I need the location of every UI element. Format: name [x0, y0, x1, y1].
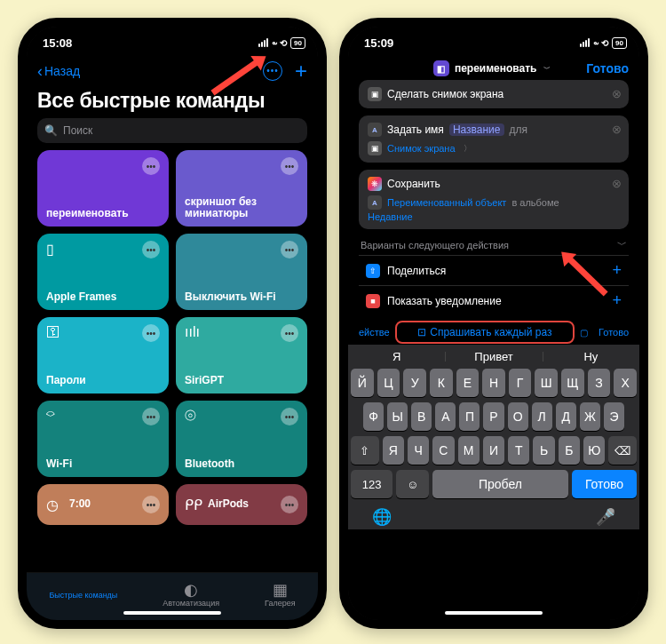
remove-action-button[interactable]: ⊗	[612, 177, 622, 190]
title-text: переименовать	[455, 62, 537, 75]
key-letter[interactable]: О	[508, 402, 528, 431]
shortcut-tile[interactable]: •••переименовать	[37, 150, 169, 227]
key-letter[interactable]: Ж	[580, 402, 600, 431]
keyboard: ЙЦУКЕНГШЩЗХ ФЫВАПРОЛДЖЭ ⇧ЯЧСМИТЬБЮ⌫ 123 …	[348, 365, 639, 529]
mic-icon[interactable]: 🎤	[596, 507, 615, 527]
tab-gallery[interactable]: ▦ Галерея	[265, 582, 296, 608]
key-letter[interactable]: Н	[482, 369, 505, 397]
remove-action-button[interactable]: ⊗	[612, 87, 622, 100]
tile-name: SiriGPT	[185, 375, 298, 386]
key-emoji[interactable]: ☺	[396, 470, 428, 498]
shortcut-tile[interactable]: ⦾•••Bluetooth	[176, 401, 307, 477]
key-letter[interactable]: Я	[383, 436, 404, 465]
shortcut-tile[interactable]: ◷7:00•••	[37, 484, 169, 525]
next-label: Поделиться	[387, 265, 446, 277]
key-delete[interactable]: ⌫	[608, 436, 637, 465]
key-letter[interactable]: Й	[351, 369, 374, 397]
key-letter[interactable]: Х	[614, 369, 637, 397]
key-letter[interactable]: П	[459, 402, 480, 431]
tile-name: Bluetooth	[185, 458, 298, 470]
globe-icon[interactable]: 🌐	[372, 507, 392, 527]
add-next-button[interactable]: +	[612, 261, 622, 280]
key-letter[interactable]: Е	[456, 369, 480, 397]
sb-left[interactable]: ействе	[353, 327, 395, 338]
sb-square[interactable]: ▢	[575, 328, 593, 338]
key-letter[interactable]: Г	[509, 369, 532, 397]
shortcut-title[interactable]: ◧ переименовать ﹀	[433, 60, 551, 76]
tile-more-button[interactable]: •••	[281, 157, 298, 175]
key-letter[interactable]: Ф	[363, 402, 384, 431]
suggestion[interactable]: Ну	[543, 350, 639, 363]
sub-recent[interactable]: Недавние	[368, 211, 413, 222]
tab-automation[interactable]: ◐ Автоматизация	[163, 582, 219, 608]
home-indicator[interactable]	[123, 611, 221, 615]
add-button[interactable]: +	[295, 60, 307, 82]
shortcut-tile[interactable]: •••скриншот без миниатюры	[176, 150, 307, 227]
tile-more-button[interactable]: •••	[142, 324, 160, 342]
action-screenshot[interactable]: ▣ Сделать снимок экрана ⊗	[359, 80, 629, 108]
tile-more-button[interactable]: •••	[281, 496, 298, 513]
tile-more-button[interactable]: •••	[142, 408, 160, 425]
tile-more-button[interactable]: •••	[142, 241, 160, 258]
action-sub[interactable]: Снимок экрана	[387, 143, 456, 154]
key-letter[interactable]: К	[430, 369, 453, 397]
action-list: ▣ Сделать снимок экрана ⊗ A Задать имя Н…	[348, 80, 639, 229]
key-letter[interactable]: М	[458, 436, 480, 465]
key-go[interactable]: Готово	[572, 470, 637, 498]
key-letter[interactable]: Ц	[377, 369, 400, 397]
shortcut-tile[interactable]: ıılı•••SiriGPT	[176, 317, 307, 394]
tile-more-button[interactable]: •••	[281, 241, 298, 258]
ask-each-time-button[interactable]: ⊡ Спрашивать каждый раз	[395, 321, 575, 344]
chain-icon: ⟲	[601, 38, 608, 48]
shortcut-tile[interactable]: ᑭᑭAirPods•••	[176, 484, 307, 525]
key-space[interactable]: Пробел	[432, 470, 568, 498]
tile-more-button[interactable]: •••	[142, 157, 160, 175]
key-123[interactable]: 123	[351, 470, 392, 498]
action-set-name[interactable]: A Задать имя Название для ▣ Снимок экран…	[359, 115, 629, 163]
sb-right[interactable]: Готово	[593, 327, 634, 338]
key-letter[interactable]: И	[483, 436, 504, 465]
key-letter[interactable]: Ы	[387, 402, 408, 431]
shortcut-tile[interactable]: ⌔•••Wi-Fi	[37, 401, 169, 477]
key-letter[interactable]: Щ	[561, 369, 584, 397]
search-input[interactable]: 🔍 Поиск	[37, 118, 307, 143]
sub-renamed[interactable]: Переименованный объект	[387, 197, 506, 208]
shortcut-tile[interactable]: •••Выключить Wi-Fi	[176, 234, 307, 310]
key-letter[interactable]: З	[588, 369, 611, 397]
suggestion[interactable]: Привет	[445, 350, 542, 363]
notch	[106, 27, 239, 48]
tile-more-button[interactable]: •••	[281, 324, 298, 342]
add-next-button[interactable]: +	[612, 291, 622, 310]
back-button[interactable]: ‹ Назад	[37, 63, 80, 79]
key-letter[interactable]: Т	[508, 436, 529, 465]
key-shift[interactable]: ⇧	[351, 436, 379, 465]
key-letter[interactable]: Э	[604, 402, 624, 431]
shortcut-tile[interactable]: ▯•••Apple Frames	[37, 234, 169, 310]
photos-icon: ❋	[368, 177, 382, 191]
key-letter[interactable]: В	[411, 402, 432, 431]
key-letter[interactable]: Ь	[533, 436, 554, 465]
key-letter[interactable]: Р	[483, 402, 503, 431]
tab-shortcuts[interactable]: Быстрые команды	[49, 591, 117, 600]
next-notify[interactable]: ■ Показать уведомление +	[359, 285, 629, 315]
name-field[interactable]: Название	[449, 123, 504, 136]
tile-more-button[interactable]: •••	[281, 408, 298, 425]
suggestion[interactable]: Я	[348, 350, 445, 363]
key-letter[interactable]: У	[403, 369, 426, 397]
chevron-down-icon[interactable]: ﹀	[617, 238, 627, 251]
action-save[interactable]: ❋ Сохранить A Переименованный объект в а…	[359, 170, 629, 229]
search-placeholder: Поиск	[63, 124, 92, 137]
done-button[interactable]: Готово	[586, 61, 629, 76]
key-letter[interactable]: Ю	[583, 436, 605, 465]
shortcut-tile[interactable]: ⚿•••Пароли	[37, 317, 169, 394]
remove-action-button[interactable]: ⊗	[612, 123, 622, 136]
key-letter[interactable]: Ш	[535, 369, 558, 397]
key-letter[interactable]: Л	[532, 402, 552, 431]
key-letter[interactable]: А	[435, 402, 456, 431]
key-letter[interactable]: Д	[556, 402, 576, 431]
key-letter[interactable]: Ч	[408, 436, 429, 465]
key-letter[interactable]: С	[432, 436, 454, 465]
key-letter[interactable]: Б	[559, 436, 580, 465]
tile-more-button[interactable]: •••	[142, 496, 160, 513]
home-indicator[interactable]	[445, 611, 543, 615]
